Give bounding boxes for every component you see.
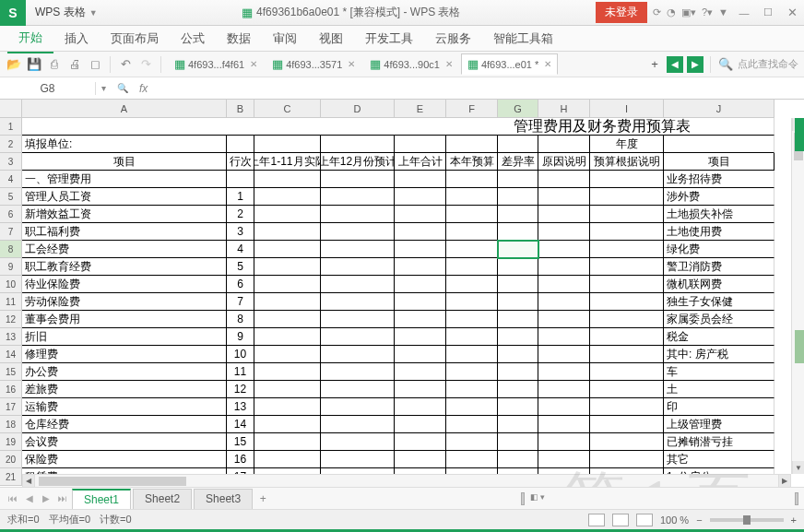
- cell[interactable]: [538, 398, 590, 416]
- cell[interactable]: [321, 346, 395, 363]
- cell[interactable]: [254, 276, 321, 293]
- cell[interactable]: [498, 206, 538, 223]
- sheet-tab-Sheet1[interactable]: Sheet1: [72, 489, 131, 509]
- cell[interactable]: [321, 381, 395, 398]
- cell[interactable]: [538, 363, 590, 381]
- row-header-17[interactable]: 17: [0, 398, 22, 416]
- cell[interactable]: [254, 433, 321, 451]
- menu-数据[interactable]: 数据: [216, 25, 262, 53]
- col-header-B[interactable]: B: [227, 100, 254, 118]
- item-name-right[interactable]: 其中: 房产税: [664, 346, 774, 363]
- cell[interactable]: [321, 188, 395, 206]
- col-header-J[interactable]: J: [664, 100, 774, 118]
- minimize-button[interactable]: —: [732, 0, 756, 26]
- cell[interactable]: [446, 241, 498, 258]
- item-name[interactable]: 办公费: [22, 363, 227, 381]
- name-box[interactable]: G8: [0, 82, 96, 95]
- cell[interactable]: [254, 223, 321, 241]
- cell[interactable]: [538, 311, 590, 328]
- cell[interactable]: [254, 381, 321, 398]
- row-header-20[interactable]: 20: [0, 451, 22, 468]
- header-b[interactable]: 行次: [227, 153, 254, 171]
- header-a[interactable]: 项目: [22, 153, 227, 171]
- row-header-18[interactable]: 18: [0, 416, 22, 433]
- item-name-right[interactable]: 家属委员会经: [664, 311, 774, 328]
- item-name[interactable]: 修理费: [22, 346, 227, 363]
- cell[interactable]: [446, 416, 498, 433]
- cell[interactable]: [254, 346, 321, 363]
- cell[interactable]: [321, 136, 395, 153]
- sheet-tab-Sheet2[interactable]: Sheet2: [133, 489, 192, 509]
- cell[interactable]: [395, 241, 446, 258]
- cell[interactable]: [446, 223, 498, 241]
- cloud-icon[interactable]: ◔: [667, 6, 676, 18]
- cell[interactable]: [321, 223, 395, 241]
- cell[interactable]: [446, 311, 498, 328]
- print-icon[interactable]: 🖨: [66, 56, 83, 73]
- row-num[interactable]: 2: [227, 206, 254, 223]
- menu-插入[interactable]: 插入: [53, 25, 100, 53]
- spreadsheet-grid[interactable]: ABCDEFGHIJ 12345678910111213141516171819…: [0, 100, 804, 487]
- help-icon[interactable]: ?▾: [702, 6, 713, 18]
- redo-icon[interactable]: ↷: [137, 56, 154, 73]
- row-header-1[interactable]: 1: [0, 118, 22, 136]
- add-sheet-button[interactable]: +: [254, 491, 271, 507]
- formula-input[interactable]: [153, 82, 804, 95]
- cell[interactable]: [446, 206, 498, 223]
- cell[interactable]: [321, 311, 395, 328]
- item-name-right[interactable]: 税金: [664, 328, 774, 346]
- cell[interactable]: [395, 276, 446, 293]
- item-name[interactable]: 仓库经费: [22, 416, 227, 433]
- item-name-right[interactable]: 印: [664, 398, 774, 416]
- zoom-level[interactable]: 100 %: [660, 514, 689, 526]
- item-name[interactable]: 董事会费用: [22, 311, 227, 328]
- cell[interactable]: [498, 416, 538, 433]
- cell[interactable]: [498, 398, 538, 416]
- item-name-right[interactable]: 微机联网费: [664, 276, 774, 293]
- ribbon-toggle-icon[interactable]: ▼: [718, 6, 728, 18]
- zoom-in-button[interactable]: +: [791, 514, 797, 526]
- cell[interactable]: [395, 451, 446, 468]
- menu-云服务[interactable]: 云服务: [424, 25, 482, 53]
- cell[interactable]: [538, 223, 590, 241]
- cell[interactable]: [254, 206, 321, 223]
- close-tab-icon[interactable]: ✕: [250, 59, 257, 69]
- cell[interactable]: [590, 398, 664, 416]
- sheet-first-icon[interactable]: ⏮: [6, 493, 20, 503]
- row-num[interactable]: 1: [227, 188, 254, 206]
- item-name[interactable]: 会议费: [22, 433, 227, 451]
- cells-area[interactable]: 管理费用及财务费用预算表填报单位:年度项目行次上年1-11月实际上年12月份预计…: [22, 118, 774, 486]
- nav-right-button[interactable]: ▶: [687, 56, 704, 73]
- sheet-prev-icon[interactable]: ◀: [22, 493, 37, 503]
- cell[interactable]: [254, 188, 321, 206]
- row-header-2[interactable]: 2: [0, 136, 22, 153]
- cell[interactable]: [538, 276, 590, 293]
- side-panel-tab-2[interactable]: [795, 330, 804, 363]
- year-label[interactable]: 年度: [590, 136, 664, 153]
- app-menu-button[interactable]: S: [0, 0, 26, 26]
- cell[interactable]: [321, 171, 395, 188]
- cell[interactable]: [395, 293, 446, 311]
- cell[interactable]: [446, 346, 498, 363]
- cell[interactable]: [498, 188, 538, 206]
- title-cell[interactable]: 管理费用及财务费用预算表: [22, 118, 774, 136]
- preview-icon[interactable]: ◻: [87, 56, 103, 73]
- view-page-button[interactable]: [612, 514, 629, 526]
- tray-icon[interactable]: ◧ ▾: [530, 492, 546, 505]
- item-name-right[interactable]: 业务招待费: [664, 171, 774, 188]
- row-header-15[interactable]: 15: [0, 363, 22, 381]
- cell[interactable]: [538, 293, 590, 311]
- cell[interactable]: [498, 171, 538, 188]
- hscroll-thumb[interactable]: [39, 477, 186, 486]
- cell[interactable]: [254, 136, 321, 153]
- row-num[interactable]: 5: [227, 258, 254, 276]
- cell[interactable]: [664, 136, 774, 153]
- cell[interactable]: [395, 416, 446, 433]
- cell[interactable]: [590, 381, 664, 398]
- row-header-4[interactable]: 4: [0, 171, 22, 188]
- fx-label[interactable]: fx: [134, 82, 153, 95]
- maximize-button[interactable]: ☐: [756, 0, 780, 26]
- cell[interactable]: [590, 241, 664, 258]
- item-name-right[interactable]: 已摊销潜亏挂: [664, 433, 774, 451]
- item-name-right[interactable]: 独生子女保健: [664, 293, 774, 311]
